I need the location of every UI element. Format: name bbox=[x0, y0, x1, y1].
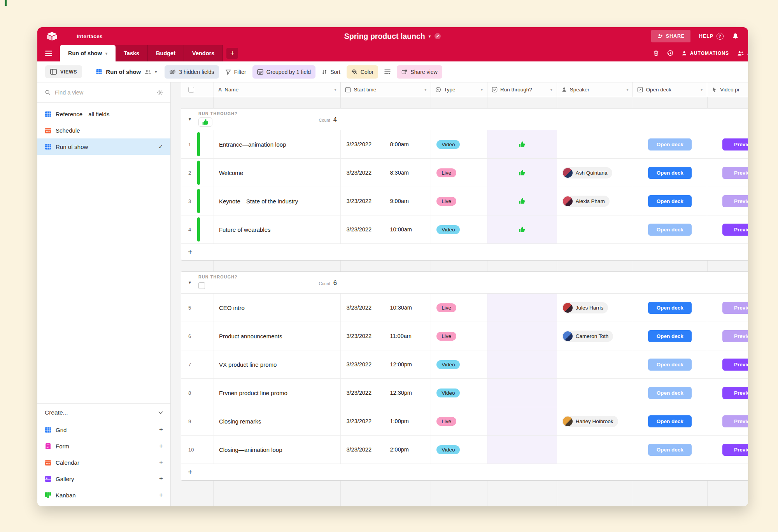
select-all-checkbox[interactable] bbox=[188, 87, 194, 93]
type-cell[interactable]: Live bbox=[431, 322, 487, 350]
type-cell[interactable]: Live bbox=[431, 294, 487, 322]
row-number-cell[interactable]: 8 bbox=[181, 379, 214, 407]
collapse-group-icon[interactable]: ▼ bbox=[188, 280, 192, 285]
run-through-cell[interactable] bbox=[487, 130, 557, 158]
row-number-cell[interactable]: 2 bbox=[181, 159, 214, 187]
tab-run-of-show[interactable]: Run of show▾ bbox=[60, 45, 116, 61]
run-through-cell[interactable] bbox=[487, 294, 557, 322]
collaborators-button[interactable]: A bbox=[737, 51, 748, 56]
open-deck-button[interactable]: Open deck bbox=[648, 415, 692, 427]
type-cell[interactable]: Video bbox=[431, 130, 487, 158]
type-cell[interactable]: Live bbox=[431, 159, 487, 187]
sidebar-view-run-of-show[interactable]: Run of show✓ bbox=[37, 138, 170, 155]
sidebar-view-schedule[interactable]: Schedule bbox=[37, 122, 170, 138]
run-through-cell[interactable] bbox=[487, 379, 557, 407]
type-cell[interactable]: Live bbox=[431, 187, 487, 215]
open-deck-button[interactable]: Open deck bbox=[648, 444, 692, 456]
start-time-cell[interactable]: 3/23/202210:30am bbox=[341, 294, 431, 322]
preview-button[interactable]: Preview bbox=[722, 138, 748, 150]
notifications-bell-icon[interactable] bbox=[732, 33, 739, 40]
row-number-cell[interactable]: 5 bbox=[181, 294, 214, 322]
row-number-cell[interactable]: 6 bbox=[181, 322, 214, 350]
row-height-button[interactable] bbox=[380, 66, 395, 78]
type-cell[interactable]: Video bbox=[431, 379, 487, 407]
name-cell[interactable]: VX product line promo bbox=[214, 350, 341, 378]
add-row-button[interactable]: + bbox=[181, 244, 748, 260]
view-settings-gear-icon[interactable] bbox=[157, 89, 163, 96]
speaker-chip[interactable]: Harley Holbrook bbox=[562, 416, 618, 427]
run-through-cell[interactable] bbox=[487, 350, 557, 378]
color-button[interactable]: Color bbox=[347, 65, 378, 79]
row-number-cell[interactable]: 1 bbox=[181, 130, 214, 158]
column-header-name[interactable]: AName▾ bbox=[214, 82, 341, 97]
title-caret-icon[interactable]: ▾ bbox=[429, 34, 431, 39]
hidden-fields-button[interactable]: 3 hidden fields bbox=[165, 65, 219, 79]
speaker-chip[interactable]: Alexis Pham bbox=[562, 196, 610, 207]
speaker-cell[interactable]: Alexis Pham bbox=[557, 187, 633, 215]
speaker-chip[interactable]: Cameron Toth bbox=[562, 331, 613, 342]
interfaces-label[interactable]: Interfaces bbox=[77, 33, 103, 39]
create-item-form[interactable]: Form+ bbox=[37, 438, 170, 454]
type-cell[interactable]: Video bbox=[431, 215, 487, 243]
view-search-input[interactable] bbox=[55, 89, 152, 96]
name-cell[interactable]: Welcome bbox=[214, 159, 341, 187]
open-deck-button[interactable]: Open deck bbox=[648, 359, 692, 371]
preview-button[interactable]: Preview bbox=[722, 224, 748, 236]
column-header-start-time[interactable]: Start time▾ bbox=[341, 82, 431, 97]
group-button[interactable]: Grouped by 1 field bbox=[252, 65, 315, 79]
add-view-icon[interactable]: + bbox=[159, 475, 163, 483]
type-cell[interactable]: Video bbox=[431, 436, 487, 464]
help-button[interactable]: HELP ? bbox=[699, 33, 724, 40]
filter-button[interactable]: Filter bbox=[221, 65, 251, 79]
add-view-icon[interactable]: + bbox=[159, 442, 163, 450]
add-page-button[interactable]: + bbox=[226, 48, 238, 59]
open-deck-button[interactable]: Open deck bbox=[648, 138, 692, 150]
menu-icon[interactable] bbox=[37, 45, 60, 61]
speaker-cell[interactable]: Jules Harris bbox=[557, 294, 633, 322]
type-cell[interactable]: Video bbox=[431, 350, 487, 378]
preview-button[interactable]: Preview bbox=[722, 415, 748, 427]
speaker-cell[interactable] bbox=[557, 350, 633, 378]
automations-button[interactable]: AUTOMATIONS bbox=[682, 51, 729, 56]
tab-vendors[interactable]: Vendors bbox=[184, 45, 223, 61]
start-time-cell[interactable]: 3/23/202212:30pm bbox=[341, 379, 431, 407]
name-cell[interactable]: Product announcements bbox=[214, 322, 341, 350]
start-time-cell[interactable]: 3/23/20221:00pm bbox=[341, 407, 431, 435]
add-view-icon[interactable]: + bbox=[159, 426, 163, 434]
column-header-type[interactable]: Type▾ bbox=[431, 82, 487, 97]
open-deck-button[interactable]: Open deck bbox=[648, 302, 692, 314]
name-cell[interactable]: Ervnen product line promo bbox=[214, 379, 341, 407]
edit-title-icon[interactable] bbox=[434, 33, 441, 40]
speaker-chip[interactable]: Ash Quintana bbox=[562, 167, 612, 178]
create-item-calendar[interactable]: Calendar+ bbox=[37, 454, 170, 471]
column-header-open-deck[interactable]: Open deck▾ bbox=[633, 82, 707, 97]
name-cell[interactable]: Keynote—State of the industry bbox=[214, 187, 341, 215]
speaker-cell[interactable] bbox=[557, 130, 633, 158]
history-icon[interactable] bbox=[667, 50, 673, 56]
sort-button[interactable]: Sort bbox=[317, 65, 345, 79]
add-view-icon[interactable]: + bbox=[159, 458, 163, 466]
run-through-cell[interactable] bbox=[487, 322, 557, 350]
start-time-cell[interactable]: 3/23/202211:00am bbox=[341, 322, 431, 350]
airtable-logo[interactable] bbox=[47, 32, 57, 40]
speaker-cell[interactable]: Ash Quintana bbox=[557, 159, 633, 187]
speaker-cell[interactable]: Harley Holbrook bbox=[557, 407, 633, 435]
views-toggle-button[interactable]: VIEWS bbox=[45, 65, 82, 78]
speaker-cell[interactable] bbox=[557, 215, 633, 243]
start-time-cell[interactable]: 3/23/20229:00am bbox=[341, 187, 431, 215]
preview-button[interactable]: Preview bbox=[722, 359, 748, 371]
run-through-cell[interactable] bbox=[487, 436, 557, 464]
sidebar-view-reference-all-fields[interactable]: Reference—all fields bbox=[37, 106, 170, 122]
preview-button[interactable]: Preview bbox=[722, 444, 748, 456]
preview-button[interactable]: Preview bbox=[722, 387, 748, 399]
column-header-run-through[interactable]: Run through?▾ bbox=[487, 82, 557, 97]
row-number-cell[interactable]: 9 bbox=[181, 407, 214, 435]
speaker-cell[interactable]: Cameron Toth bbox=[557, 322, 633, 350]
tab-tasks[interactable]: Tasks bbox=[116, 45, 148, 61]
preview-button[interactable]: Preview bbox=[722, 195, 748, 207]
type-cell[interactable]: Live bbox=[431, 407, 487, 435]
name-cell[interactable]: Entrance—animation loop bbox=[214, 130, 341, 158]
open-deck-button[interactable]: Open deck bbox=[648, 195, 692, 207]
open-deck-button[interactable]: Open deck bbox=[648, 330, 692, 342]
start-time-cell[interactable]: 3/23/20222:00pm bbox=[341, 436, 431, 464]
